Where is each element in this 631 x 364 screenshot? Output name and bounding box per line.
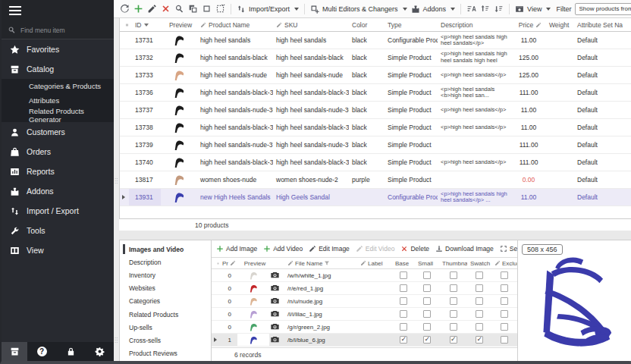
select-icon[interactable] — [202, 4, 212, 14]
swatch-checkbox[interactable] — [476, 297, 483, 305]
detail-tab[interactable]: Product Reviews — [120, 347, 211, 360]
base-checkbox[interactable] — [400, 323, 407, 331]
col-header-file-name[interactable]: File Name — [284, 260, 357, 267]
image-row[interactable]: 0 /r/e/red_1.jpg — [212, 282, 517, 295]
sidebar-item[interactable]: Addons — [2, 181, 114, 201]
detail-tab[interactable]: Categories — [120, 295, 211, 308]
image-row[interactable]: 0 /n/u/nude.jpg — [212, 295, 517, 308]
sidebar-search[interactable] — [2, 21, 114, 39]
table-row[interactable]: 13732 high heel sandals-black high heel … — [120, 49, 631, 67]
small-checkbox[interactable] — [423, 271, 431, 279]
sidebar-item[interactable]: Tools — [2, 221, 114, 240]
detail-tab[interactable]: Related Products — [120, 308, 211, 321]
col-header-exclude[interactable]: Exclude — [491, 260, 517, 267]
base-checkbox[interactable] — [400, 310, 407, 318]
thumbnail-checkbox[interactable] — [450, 323, 457, 331]
detail-tab[interactable]: Inventory — [120, 268, 211, 281]
detail-tab[interactable]: Description — [120, 256, 211, 268]
col-header-small[interactable]: Small — [415, 260, 439, 267]
col-header-product-name[interactable]: Product Name — [197, 21, 273, 29]
sidebar-item[interactable]: Related Products Generator — [2, 108, 114, 122]
col-header-sku[interactable]: SKU — [273, 21, 349, 29]
refresh-icon[interactable] — [120, 4, 130, 14]
col-header-color[interactable]: Color — [349, 21, 385, 29]
col-header-type[interactable]: Type — [385, 21, 438, 29]
col-header-id[interactable]: ID — [129, 21, 161, 29]
table-row[interactable]: 13739 high heel sandals-nude-37 high hee… — [120, 136, 631, 154]
sidebar-item[interactable]: Categories & Products — [2, 79, 114, 93]
find-icon[interactable] — [174, 4, 184, 14]
detail-tab[interactable]: Up-sells — [120, 321, 211, 334]
table-row[interactable]: 13733 high heel sandals-nude high heel s… — [120, 67, 631, 84]
swatch-checkbox[interactable] — [476, 284, 483, 292]
sidebar-item[interactable]: Reports — [2, 162, 114, 181]
small-checkbox[interactable] — [423, 284, 431, 292]
col-header-price[interactable]: Price — [511, 21, 546, 29]
settings-button[interactable] — [85, 342, 114, 361]
swatch-checkbox[interactable] — [476, 336, 483, 344]
image-row[interactable]: 1 /b/l/blue_6.jpg — [212, 334, 517, 347]
image-toolbar-button[interactable]: Add Image — [215, 245, 259, 253]
store-button[interactable] — [2, 342, 27, 361]
image-toolbar-button[interactable]: Download Image — [434, 245, 495, 253]
swatch-checkbox[interactable] — [476, 323, 483, 331]
move-down-icon[interactable] — [494, 4, 504, 14]
small-checkbox[interactable] — [423, 323, 431, 331]
exclude-checkbox[interactable] — [501, 323, 508, 331]
exclude-checkbox[interactable] — [501, 284, 508, 292]
sidebar-item[interactable]: Favorites — [2, 39, 114, 59]
col-header-label[interactable]: Label — [357, 260, 392, 267]
thumbnail-checkbox[interactable] — [450, 310, 457, 318]
exclude-checkbox[interactable] — [501, 310, 508, 318]
grid-drag-handle[interactable] — [115, 177, 118, 185]
small-checkbox[interactable] — [423, 297, 431, 305]
sidebar-item[interactable]: Customers — [2, 122, 114, 142]
edit-product-icon[interactable] — [147, 4, 157, 14]
image-toolbar-button[interactable]: Add Video — [262, 245, 304, 253]
small-checkbox[interactable] — [423, 336, 431, 344]
sidebar-item[interactable]: Catalog — [2, 59, 114, 79]
filter-select[interactable]: Show products from selected categories — [575, 3, 631, 15]
col-header-swatch[interactable]: Swatch — [467, 260, 491, 267]
table-row[interactable]: 13731 high heel sandals high heel sandal… — [120, 32, 631, 49]
sort-az-icon[interactable] — [466, 4, 476, 14]
swatch-checkbox[interactable] — [476, 310, 483, 318]
sidebar-item[interactable]: Attributes — [2, 93, 114, 108]
table-row[interactable]: 13736 high heel sandals-black-36 high he… — [120, 84, 631, 102]
col-header-base[interactable]: Base — [392, 260, 415, 267]
col-header-priority[interactable]: Pr — [219, 260, 237, 267]
import-export-button[interactable]: Import/Export — [237, 5, 299, 14]
detail-tab[interactable]: Images and Video — [120, 243, 211, 256]
thumbnail-checkbox[interactable] — [450, 271, 457, 279]
exclude-checkbox[interactable] — [501, 336, 508, 344]
col-header-img-preview[interactable]: Preview — [237, 260, 269, 267]
table-row[interactable]: 13738 high heel sandals-black-37 high he… — [120, 119, 631, 136]
panel-drag-handle[interactable] — [115, 337, 118, 344]
swatch-checkbox[interactable] — [476, 271, 483, 279]
table-row[interactable]: 13740 high heel sandals-black-38 high he… — [120, 154, 631, 171]
copy-icon[interactable] — [188, 4, 198, 14]
hamburger-menu-icon[interactable] — [9, 6, 21, 15]
col-header-description[interactable]: Description — [438, 21, 511, 29]
thumbnail-checkbox[interactable] — [450, 284, 457, 292]
view-button[interactable]: View — [515, 5, 551, 14]
col-header-attribute-set[interactable]: Attribute Set Name — [574, 21, 623, 29]
image-row[interactable]: 0 /w/h/white_1.jpg — [212, 269, 517, 282]
multi-editors-button[interactable]: Multi Editors & Changers — [310, 5, 407, 14]
sidebar-item[interactable]: Import / Export — [2, 201, 114, 221]
exclude-checkbox[interactable] — [501, 271, 508, 279]
col-header-weight[interactable]: Weight — [546, 21, 574, 29]
thumbnail-checkbox[interactable] — [450, 336, 457, 344]
table-row[interactable]: 13817 women shoes-nude women shoes-nude-… — [120, 171, 631, 189]
col-header-thumbnail[interactable]: Thumbna — [439, 260, 467, 267]
menu-search-input[interactable] — [20, 27, 96, 34]
addons-button[interactable]: Addons — [411, 5, 456, 14]
table-row[interactable]: 13737 high heel sandals-nude-36 high hee… — [120, 102, 631, 119]
image-row[interactable]: 0 /g/r/green_2.jpg — [212, 321, 517, 334]
base-checkbox[interactable] — [400, 297, 407, 305]
sidebar-item[interactable]: Orders — [2, 142, 114, 162]
detail-tab[interactable]: Cross-sells — [120, 334, 211, 347]
col-header-preview[interactable]: Preview — [161, 21, 197, 29]
paste-special-icon[interactable] — [215, 4, 225, 14]
image-toolbar-button[interactable]: Edit Video — [354, 245, 397, 253]
